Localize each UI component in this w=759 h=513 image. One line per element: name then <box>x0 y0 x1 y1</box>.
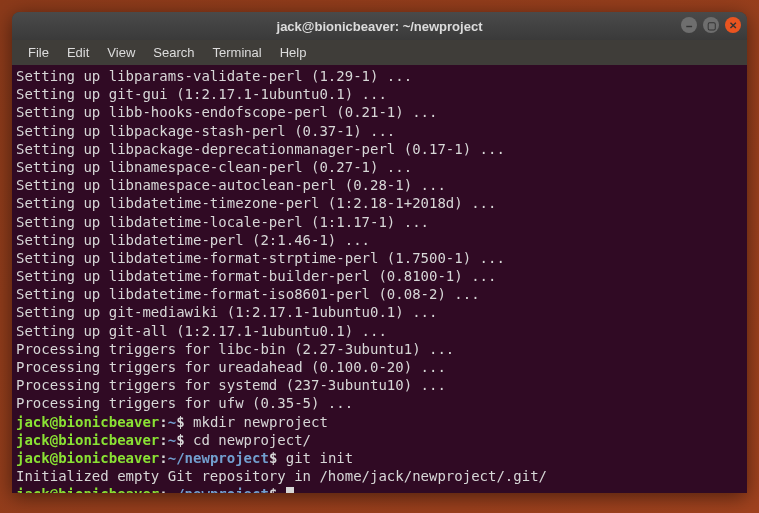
output-line: Setting up libnamespace-autoclean-perl (… <box>16 176 743 194</box>
output-line: Setting up libdatetime-format-iso8601-pe… <box>16 285 743 303</box>
prompt-colon: : <box>159 486 167 493</box>
menu-help[interactable]: Help <box>272 43 315 62</box>
prompt-user: jack@bionicbeaver <box>16 414 159 430</box>
output-line: Setting up libdatetime-format-strptime-p… <box>16 249 743 267</box>
window-title: jack@bionicbeaver: ~/newproject <box>277 19 483 34</box>
menu-search[interactable]: Search <box>145 43 202 62</box>
output-line: Setting up libnamespace-clean-perl (0.27… <box>16 158 743 176</box>
prompt-colon: : <box>159 432 167 448</box>
output-line: Setting up libparams-validate-perl (1.29… <box>16 67 743 85</box>
prompt-path: ~/newproject <box>168 450 269 466</box>
output-line: Processing triggers for systemd (237-3ub… <box>16 376 743 394</box>
prompt-path: ~/newproject <box>168 486 269 493</box>
prompt-path: ~ <box>168 414 176 430</box>
output-line: Setting up libpackage-deprecationmanager… <box>16 140 743 158</box>
close-button[interactable]: ✕ <box>725 17 741 33</box>
minimize-button[interactable]: ‒ <box>681 17 697 33</box>
menu-view[interactable]: View <box>99 43 143 62</box>
output-line: Setting up libdatetime-format-builder-pe… <box>16 267 743 285</box>
output-line: Setting up git-all (1:2.17.1-1ubuntu0.1)… <box>16 322 743 340</box>
prompt-user: jack@bionicbeaver <box>16 486 159 493</box>
output-line: Setting up libdatetime-perl (2:1.46-1) .… <box>16 231 743 249</box>
maximize-button[interactable]: ▢ <box>703 17 719 33</box>
titlebar[interactable]: jack@bionicbeaver: ~/newproject ‒ ▢ ✕ <box>12 12 747 40</box>
command-text: mkdir newproject <box>193 414 328 430</box>
menu-terminal[interactable]: Terminal <box>205 43 270 62</box>
terminal-area[interactable]: Setting up libparams-validate-perl (1.29… <box>12 65 747 493</box>
command-text: git init <box>286 450 353 466</box>
output-line: Processing triggers for libc-bin (2.27-3… <box>16 340 743 358</box>
prompt-path: ~ <box>168 432 176 448</box>
prompt-dollar: $ <box>269 450 286 466</box>
prompt-user: jack@bionicbeaver <box>16 450 159 466</box>
prompt-user: jack@bionicbeaver <box>16 432 159 448</box>
output-line: Setting up git-mediawiki (1:2.17.1-1ubun… <box>16 303 743 321</box>
prompt-dollar: $ <box>176 414 193 430</box>
output-line: Setting up libpackage-stash-perl (0.37-1… <box>16 122 743 140</box>
command-text: cd newproject/ <box>193 432 311 448</box>
output-line: Initialized empty Git repository in /hom… <box>16 467 743 485</box>
prompt-line: jack@bionicbeaver:~$ cd newproject/ <box>16 431 743 449</box>
output-line: Setting up libdatetime-timezone-perl (1:… <box>16 194 743 212</box>
prompt-dollar: $ <box>269 486 286 493</box>
prompt-colon: : <box>159 414 167 430</box>
menu-edit[interactable]: Edit <box>59 43 97 62</box>
prompt-line: jack@bionicbeaver:~/newproject$ <box>16 485 743 493</box>
output-line: Setting up libdatetime-locale-perl (1:1.… <box>16 213 743 231</box>
cursor <box>286 487 294 493</box>
menu-file[interactable]: File <box>20 43 57 62</box>
output-line: Processing triggers for ureadahead (0.10… <box>16 358 743 376</box>
output-line: Setting up libb-hooks-endofscope-perl (0… <box>16 103 743 121</box>
output-line: Setting up git-gui (1:2.17.1-1ubuntu0.1)… <box>16 85 743 103</box>
window-buttons: ‒ ▢ ✕ <box>681 17 741 33</box>
prompt-dollar: $ <box>176 432 193 448</box>
terminal-window: jack@bionicbeaver: ~/newproject ‒ ▢ ✕ Fi… <box>12 12 747 493</box>
output-line: Processing triggers for ufw (0.35-5) ... <box>16 394 743 412</box>
prompt-line: jack@bionicbeaver:~$ mkdir newproject <box>16 413 743 431</box>
prompt-colon: : <box>159 450 167 466</box>
prompt-line: jack@bionicbeaver:~/newproject$ git init <box>16 449 743 467</box>
menubar: File Edit View Search Terminal Help <box>12 40 747 65</box>
